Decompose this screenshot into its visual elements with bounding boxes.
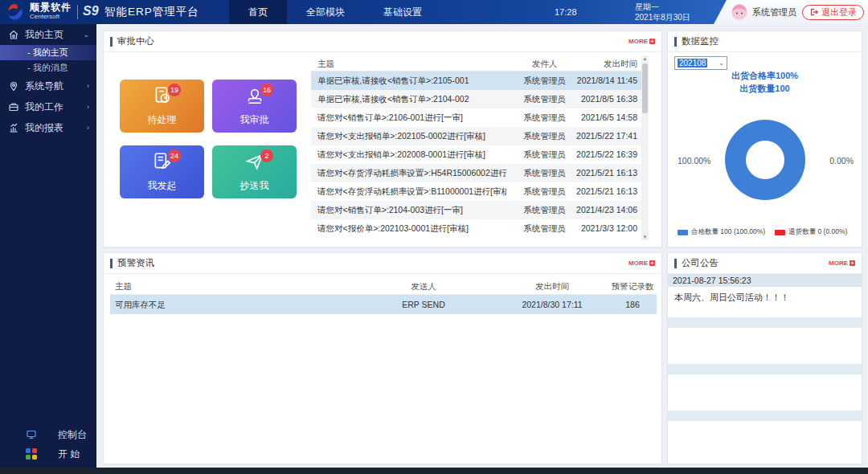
approval-more-link[interactable]: MORE + (628, 38, 655, 45)
col-subject: 主题 (317, 55, 506, 72)
chevron-down-icon: ⌄ (83, 31, 89, 39)
avatar[interactable] (731, 4, 747, 20)
table-row[interactable]: 单据已审核,请接收<销售订单>:2104-002 系统管理员 2021/8/5 … (311, 90, 649, 108)
my-approvals-count-badge: 16 (260, 84, 273, 96)
monitor-panel-header: 数据监控 (668, 31, 862, 52)
cell-sender: 系统管理员 (510, 127, 579, 145)
tile-cc-to-me[interactable]: 2 抄送我 (212, 145, 297, 198)
sidebar-subitem-my-messages[interactable]: - 我的消息 (0, 60, 96, 76)
table-row[interactable]: 请您对<支出报销单>:202105-0002进行[审核] 系统管理员 2021/… (311, 127, 649, 145)
table-row[interactable]: 请您对<支出报销单>:202008-0001进行[审核] 系统管理员 2021/… (311, 145, 649, 164)
legend-item-returns: 退货数量 0 (0.00%) (775, 227, 847, 237)
start-icon (26, 448, 37, 460)
nav-tab-basic-settings[interactable]: 基础设置 (364, 0, 441, 24)
cell-subject: 可用库存不足 (115, 295, 372, 314)
more-label: MORE (628, 38, 648, 45)
cell-subject: 请您对<支出报销单>:202105-0002进行[审核] (317, 127, 506, 145)
cell-sender: 系统管理员 (510, 201, 579, 219)
chevron-right-icon: › (87, 124, 89, 132)
tile-my-approvals[interactable]: 16 我审批 (212, 80, 297, 133)
col-subject: 主题 (115, 277, 372, 295)
announcement-date: 2021-08-27 15:56:23 (668, 274, 862, 287)
cell-subject: 请您对<支出报销单>:202008-0001进行[审核] (317, 145, 506, 164)
table-scrollbar[interactable]: ▲ ▼ (641, 55, 649, 240)
legend-item-qualified: 合格数量 100 (100.00%) (678, 227, 765, 237)
approval-center-panel: 审批中心 MORE + 19 待处理 16 我审批 (103, 31, 662, 247)
cell-sender: 系统管理员 (510, 145, 579, 164)
empty-announcement-slot (668, 364, 862, 374)
cell-sender: 系统管理员 (510, 72, 579, 90)
announcements-panel-title: 公司公告 (682, 257, 719, 269)
cell-time: 2021/8/14 11:45 (576, 72, 637, 90)
cell-sender: 系统管理员 (510, 164, 579, 182)
sidebar-item-label: 系统导航 (25, 80, 63, 93)
data-monitor-panel: 数据监控 202108 ⌄ 出货合格率100% 出货数量100 100.00% … (667, 31, 862, 247)
tile-label: 我发起 (120, 179, 204, 193)
more-plus-icon: + (649, 39, 655, 44)
console-label: 控制台 (58, 428, 87, 442)
col-sent-time: 发出时间 (576, 55, 637, 72)
col-record-count: 预警记录数 (608, 277, 657, 295)
announcements-more-link[interactable]: MORE + (829, 259, 855, 267)
chevron-right-icon: › (87, 103, 89, 111)
chart-legend: 合格数量 100 (100.00%) 退货数量 0 (0.00%) (678, 227, 847, 237)
empty-announcement-slot (668, 411, 862, 421)
tile-pending[interactable]: 19 待处理 (120, 80, 204, 133)
brand-name: 顺景软件 (30, 2, 72, 12)
cell-sender: ERP SEND (375, 295, 472, 314)
legend-label: 退货数量 0 (0.00%) (788, 227, 847, 237)
approval-table-header: 主题 发件人 发出时间 (311, 55, 649, 72)
sidebar-item-system-nav[interactable]: 系统导航 › (0, 76, 96, 96)
cell-time: 2021/6/5 14:58 (576, 108, 637, 127)
table-row[interactable]: 请您对<存货浮动耗损率设置>:B11000001进行[审核] 系统管理员 202… (311, 182, 649, 201)
alerts-more-link[interactable]: MORE + (628, 259, 655, 267)
donut-left-label: 100.00% (678, 156, 710, 165)
announcements-panel: 公司公告 MORE + 2021-08-27 15:56:23 本周六、周日公司… (667, 252, 862, 464)
table-row[interactable]: 请您对<销售订单>:2106-001进行[一审] 系统管理员 2021/6/5 … (311, 108, 649, 127)
tile-initiated-by-me[interactable]: 24 我发起 (120, 145, 204, 198)
current-user-name: 系统管理员 (752, 6, 796, 18)
console-button[interactable]: 控制台 (0, 426, 96, 443)
cell-sender: 系统管理员 (510, 182, 579, 201)
start-button[interactable]: 开 始 (0, 445, 96, 463)
empty-announcement-slot (668, 317, 862, 328)
sidebar-subitem-my-home[interactable]: - 我的主页 (0, 45, 96, 60)
sidebar-item-label: 我的工作 (25, 100, 63, 114)
table-row[interactable]: 单据已审核,请接收<销售订单>:2105-001 系统管理员 2021/8/14… (311, 72, 649, 90)
table-row[interactable]: 请您对<报价单>:202103-0001进行[审核] 系统管理员 2021/3/… (311, 219, 649, 238)
weekday-label: 星期一 (635, 2, 690, 12)
brand-block: 顺景软件 Centersoft (30, 2, 72, 22)
accent-bar (674, 259, 677, 268)
scroll-down-icon[interactable]: ▼ (641, 235, 649, 239)
sidebar-item-my-home[interactable]: 我的主页 ⌄ (0, 24, 96, 45)
more-plus-icon: + (649, 260, 655, 266)
alerts-panel-header: 预警资讯 MORE + (104, 253, 661, 274)
announcement-content[interactable]: 本周六、周日公司活动！！！ (668, 287, 862, 309)
cell-subject: 请您对<报价单>:202103-0001进行[审核] (317, 219, 506, 238)
sidebar: 我的主页 ⌄ - 我的主页 - 我的消息 系统导航 › 我的工作 › 我的报表 … (0, 24, 96, 474)
s9-logo: S9 (83, 4, 99, 18)
brand-subtitle: Centersoft (30, 12, 72, 22)
donut-right-label: 0.00% (829, 156, 854, 165)
approval-table: 主题 发件人 发出时间 单据已审核,请接收<销售订单>:2105-001 系统管… (311, 55, 649, 240)
scrollbar-thumb[interactable] (642, 63, 648, 113)
table-row[interactable]: 请您对<销售订单>:2104-003进行[一审] 系统管理员 2021/4/23… (311, 201, 649, 219)
nav-tab-all-modules[interactable]: 全部模块 (287, 0, 364, 24)
sidebar-item-my-reports[interactable]: 我的报表 › (0, 117, 96, 138)
start-label: 开 始 (58, 447, 80, 461)
table-row[interactable]: 可用库存不足 ERP SEND 2021/8/30 17:11 186 (110, 295, 657, 314)
nav-tab-home[interactable]: 首页 (229, 0, 287, 24)
table-row[interactable]: 请您对<存货浮动耗损率设置>:H54R15006002进行[审核] 系统管理员 … (311, 164, 649, 182)
approval-panel-header: 审批中心 MORE + (104, 31, 661, 52)
accent-bar (110, 259, 113, 268)
sidebar-item-label: 我的主页 (25, 28, 63, 42)
alerts-table-header: 主题 发送人 发出时间 预警记录数 (110, 277, 657, 295)
approval-panel-title: 审批中心 (117, 35, 154, 47)
logout-button[interactable]: 退出登录 (802, 5, 864, 20)
scroll-up-icon[interactable]: ▲ (641, 56, 649, 61)
sidebar-item-my-work[interactable]: 我的工作 › (0, 96, 96, 117)
period-select[interactable]: 202108 ⌄ (674, 56, 727, 70)
more-plus-icon: + (850, 260, 855, 266)
monitor-panel-title: 数据监控 (682, 35, 719, 47)
cell-subject: 请您对<销售订单>:2104-003进行[一审] (317, 201, 506, 219)
